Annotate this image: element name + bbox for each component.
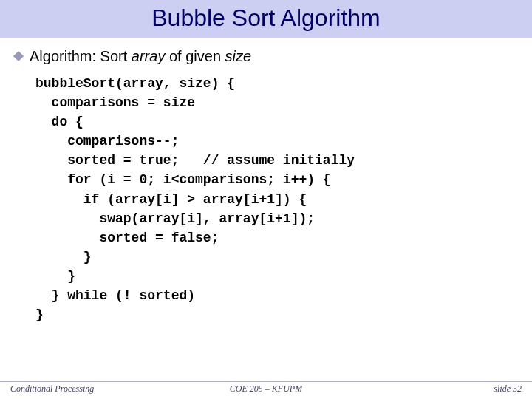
title-bar: Bubble Sort Algorithm	[0, 0, 532, 38]
bullet-italic-size: size	[225, 48, 252, 64]
code-block: bubbleSort(array, size) { comparisons = …	[35, 74, 532, 324]
footer: Conditional Processing COE 205 – KFUPM s…	[0, 381, 532, 395]
slide-title: Bubble Sort Algorithm	[151, 4, 381, 31]
bullet-mid: of given	[165, 48, 225, 64]
bullet-line: Algorithm: Sort array of given size	[15, 48, 532, 65]
footer-left: Conditional Processing	[10, 383, 94, 395]
bullet-italic-array: array	[132, 48, 166, 64]
footer-right: slide 52	[494, 383, 522, 395]
bullet-prefix: Algorithm: Sort	[30, 48, 132, 64]
diamond-bullet-icon	[13, 51, 24, 61]
